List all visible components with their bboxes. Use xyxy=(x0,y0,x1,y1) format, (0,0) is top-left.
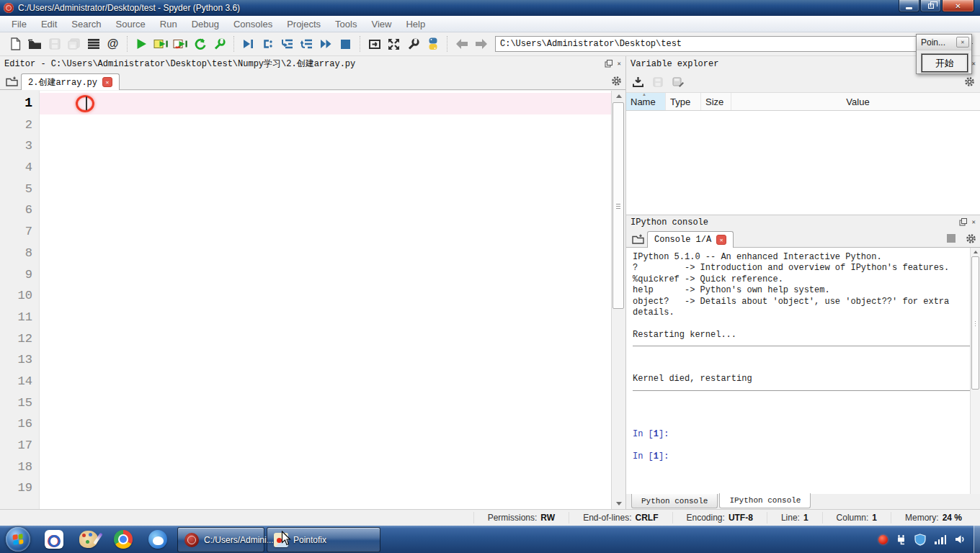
stop-debug-button[interactable] xyxy=(336,35,355,54)
interrupt-kernel-button[interactable] xyxy=(947,234,956,243)
taskbar-pin-paint[interactable] xyxy=(71,526,106,552)
save-button[interactable] xyxy=(45,35,64,54)
browse-tabs-button[interactable] xyxy=(2,73,21,89)
editor-scrollbar[interactable] xyxy=(611,91,625,509)
close-pane-icon[interactable]: ✕ xyxy=(972,60,976,68)
close-pane-icon[interactable]: ✕ xyxy=(972,218,976,226)
pointofix-popup-titlebar[interactable]: Poin... ✕ xyxy=(917,35,971,50)
console-line: In [1]: xyxy=(633,429,966,440)
console-output[interactable]: IPython 5.1.0 -- An enhanced Interactive… xyxy=(626,248,980,494)
file-switcher-button[interactable] xyxy=(84,35,103,54)
close-pane-icon[interactable]: ✕ xyxy=(618,60,621,68)
editor-file-tab[interactable]: 2.创建array.py ✕ xyxy=(21,73,120,90)
browse-tabs-button[interactable] xyxy=(628,230,647,247)
tab-close-icon[interactable]: ✕ xyxy=(102,77,112,87)
column-header-type[interactable]: Type xyxy=(666,93,701,110)
column-header-size[interactable]: Size xyxy=(701,93,731,110)
menu-item[interactable]: Tools xyxy=(328,16,364,32)
continue-button[interactable] xyxy=(316,35,336,54)
system-tray xyxy=(878,534,966,546)
security-shield-tray-icon[interactable] xyxy=(914,534,926,546)
step-return-button[interactable] xyxy=(297,35,316,54)
menu-item[interactable]: Consoles xyxy=(226,16,280,32)
close-button[interactable]: ✕ xyxy=(942,0,974,12)
undock-icon[interactable] xyxy=(605,60,612,68)
undock-icon[interactable] xyxy=(959,218,967,226)
show-desktop-button[interactable] xyxy=(974,526,980,553)
forward-button[interactable] xyxy=(471,35,491,54)
minimize-button[interactable] xyxy=(899,0,919,12)
recording-tray-icon[interactable] xyxy=(878,535,888,544)
ipython-console-title: IPython console xyxy=(631,217,708,228)
save-all-button[interactable] xyxy=(64,35,84,54)
menu-item[interactable]: Edit xyxy=(34,16,64,32)
run-configure-button[interactable] xyxy=(210,35,229,54)
menu-item[interactable]: Debug xyxy=(184,16,226,32)
back-arrow-icon xyxy=(455,38,469,50)
save-data-as-button[interactable] xyxy=(672,76,684,87)
minimize-icon xyxy=(906,7,912,9)
taskbar-pin-app[interactable] xyxy=(37,526,71,552)
console-line: Restarting kernel... xyxy=(633,330,966,341)
column-header-value[interactable]: Value xyxy=(731,93,980,110)
new-file-button[interactable] xyxy=(6,35,25,54)
variable-explorer-options-button[interactable] xyxy=(964,76,975,87)
menu-item[interactable]: View xyxy=(364,16,398,32)
run-cell-advance-button[interactable] xyxy=(171,35,190,54)
tab-ipython-console[interactable]: IPython console xyxy=(719,493,811,508)
network-signal-tray-icon[interactable] xyxy=(935,535,946,544)
taskbar-pin-chrome[interactable] xyxy=(106,526,141,552)
mouse-cursor xyxy=(281,531,292,546)
start-button[interactable] xyxy=(6,527,30,552)
scroll-down-button[interactable] xyxy=(612,498,625,509)
taskbar-button-spyder[interactable]: C:/Users/Admini... xyxy=(177,527,264,552)
editor-canvas[interactable] xyxy=(40,91,611,509)
line-number: 6 xyxy=(0,199,39,221)
maximize-button[interactable] xyxy=(920,0,941,12)
editor-body: 12345678910111213141516171819 xyxy=(0,91,625,509)
console-line: In [1]: xyxy=(633,451,966,462)
menu-item[interactable]: File xyxy=(4,16,34,32)
menu-item[interactable]: Run xyxy=(153,16,184,32)
pointofix-start-button[interactable]: 开始 xyxy=(922,54,968,72)
tab-python-console[interactable]: Python console xyxy=(631,494,718,508)
editor-scrollbar-thumb[interactable] xyxy=(612,102,624,309)
open-file-button[interactable] xyxy=(25,35,45,54)
restart-kernel-button[interactable] xyxy=(190,35,210,54)
import-data-button[interactable] xyxy=(633,76,643,87)
symbol-finder-button[interactable]: @ xyxy=(103,35,122,54)
power-plug-tray-icon[interactable] xyxy=(896,534,906,545)
fullscreen-button[interactable] xyxy=(384,35,404,54)
debug-cell-button[interactable] xyxy=(258,35,277,54)
taskbar-pin-browser[interactable] xyxy=(141,526,175,552)
back-button[interactable] xyxy=(452,35,471,54)
line-number: 9 xyxy=(0,264,39,286)
maximize-pane-button[interactable] xyxy=(365,35,384,54)
run-cell-button[interactable] xyxy=(151,35,171,54)
variable-table-body[interactable] xyxy=(626,111,980,215)
menu-item[interactable]: Help xyxy=(398,16,432,32)
editor-header: Editor - C:\Users\Administrator\Desktop\… xyxy=(0,56,625,71)
menu-item[interactable]: Search xyxy=(64,16,108,32)
volume-tray-icon[interactable] xyxy=(955,534,966,544)
menu-item[interactable]: Projects xyxy=(280,16,328,32)
step-into-button[interactable] xyxy=(277,35,297,54)
pointofix-close-button[interactable]: ✕ xyxy=(956,37,969,48)
menu-item[interactable]: Source xyxy=(109,16,153,32)
console-scrollbar-thumb[interactable] xyxy=(971,256,979,390)
scroll-up-button[interactable] xyxy=(612,91,625,102)
continue-icon xyxy=(320,39,332,49)
console-options-button[interactable] xyxy=(966,233,976,244)
tab-close-icon[interactable]: ✕ xyxy=(716,235,726,245)
run-button[interactable] xyxy=(132,35,151,54)
scroll-up-button[interactable] xyxy=(971,248,980,256)
column-header-name[interactable]: ▲ Name xyxy=(626,93,666,110)
preferences-button[interactable] xyxy=(404,35,423,54)
debug-button[interactable] xyxy=(239,35,258,54)
working-directory-input[interactable] xyxy=(495,36,950,52)
console-tab[interactable]: Console 1/A ✕ xyxy=(647,231,734,248)
save-data-button[interactable] xyxy=(653,77,663,87)
editor-options-button[interactable] xyxy=(611,76,622,86)
python-path-button[interactable] xyxy=(423,35,442,54)
console-scrollbar[interactable] xyxy=(970,248,980,494)
